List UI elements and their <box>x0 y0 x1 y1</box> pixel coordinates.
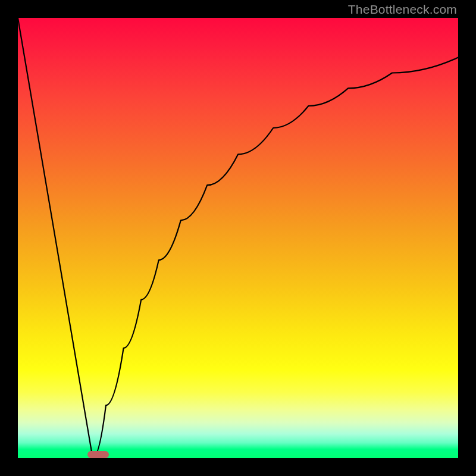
optimal-marker <box>87 451 109 458</box>
bottleneck-curve <box>18 18 458 458</box>
curve-path <box>18 18 458 458</box>
plot-area <box>18 18 458 458</box>
chart-frame: TheBottleneck.com <box>0 0 476 476</box>
watermark-text: TheBottleneck.com <box>348 2 457 17</box>
